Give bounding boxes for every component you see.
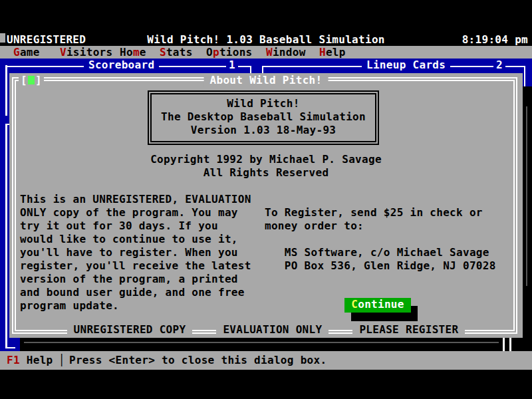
window-border-fragment — [509, 338, 511, 351]
register-address: MS Software, c/o Michael Savage — [265, 246, 496, 259]
lineup-window-title[interactable]: Lineup Cards — [362, 59, 450, 72]
paragraph-line: ONLY copy of the program. You may — [20, 206, 251, 219]
left-frame-fragment — [5, 347, 15, 348]
program-info-box: Wild Pitch! The Desktop Baseball Simulat… — [148, 90, 379, 145]
dialog-shadow-right — [523, 86, 532, 351]
badge-unregistered: UNREGISTERED COPY — [67, 323, 193, 336]
paragraph-line: and bound user guide, and one free — [20, 286, 251, 299]
f1-help-shortcut[interactable]: F1 Help — [7, 351, 53, 370]
menu-home[interactable]: Home — [120, 46, 146, 59]
paragraph-line: try it out for 30 days. If you — [20, 219, 251, 233]
badge-evaluation: EVALUATION ONLY — [216, 323, 329, 336]
status-bar: F1 Help │ Press <Enter> to close this di… — [0, 351, 532, 370]
close-box-glyph — [28, 76, 35, 84]
menu-help[interactable]: Help — [319, 46, 346, 59]
scoreboard-window-border: Scoreboard 1 — [5, 66, 251, 67]
title-bar: UNREGISTERED Wild Pitch! 1.03 Baseball S… — [0, 33, 532, 46]
rights-line: All Rights Reserved — [9, 166, 523, 180]
menu-stats[interactable]: Stats — [160, 46, 193, 59]
register-line: To Register, send $25 in check or — [265, 206, 496, 219]
left-frame-fragment — [5, 124, 7, 348]
app-title: Wild Pitch! 1.03 Baseball Simulation — [0, 33, 532, 47]
paragraph-line: would like to continue to use it, — [20, 233, 251, 246]
badge-register: PLEASE REGISTER — [352, 323, 465, 336]
paragraph-line: This is an UNREGISTERED, EVALUATION — [20, 193, 251, 206]
status-message: Press <Enter> to close this dialog box. — [69, 351, 327, 370]
dialog-shadow-bottom — [20, 338, 523, 351]
copyright-line: Copyright 1992 by Michael P. Savage — [9, 153, 523, 166]
close-icon[interactable]: [] — [19, 74, 44, 87]
paragraph-line: program update. — [20, 299, 251, 313]
menu-game[interactable]: Game — [13, 46, 40, 59]
scoreboard-window-number[interactable]: 1 — [226, 59, 238, 72]
lineup-corner-right — [524, 66, 525, 87]
program-subtitle: The Desktop Baseball Simulation — [152, 110, 375, 124]
menu-window[interactable]: Window — [266, 46, 306, 59]
about-dialog: [] About Wild Pitch! Wild Pitch! The Des… — [9, 73, 523, 338]
lineup-window-border: Lineup Cards 2 — [262, 66, 525, 67]
program-version: Version 1.03 18-May-93 — [152, 124, 375, 137]
register-info: To Register, send $25 in check or money … — [265, 206, 496, 273]
register-line — [265, 233, 496, 246]
status-separator: │ — [59, 351, 65, 370]
shadowed-border-line — [24, 342, 499, 343]
left-frame-fragment — [5, 65, 7, 116]
paragraph-line: version of the program, a printed — [20, 273, 251, 286]
continue-button[interactable]: Continue — [344, 298, 411, 313]
shadowed-border-line — [526, 106, 527, 286]
menu-visitors[interactable]: Visitors — [60, 46, 112, 59]
menu-bar: Game Visitors Home Stats Options Window … — [0, 46, 532, 59]
lineup-window-number[interactable]: 2 — [493, 59, 505, 72]
dialog-footer-badges: UNREGISTERED COPY EVALUATION ONLY PLEASE… — [9, 323, 523, 336]
menu-options[interactable]: Options — [206, 46, 253, 59]
clock: 8:19:04 pm — [462, 33, 528, 47]
dialog-title: About Wild Pitch! — [204, 74, 329, 87]
evaluation-paragraph: This is an UNREGISTERED, EVALUATION ONLY… — [20, 193, 251, 313]
paragraph-line: register, you'll receive the latest — [20, 259, 251, 273]
register-line: money order to: — [265, 219, 496, 233]
paragraph-line: you'll have to register. When you — [20, 246, 251, 259]
screen-edge-artifact — [0, 33, 5, 43]
register-address: PO Box 536, Glen Ridge, NJ 07028 — [265, 259, 496, 273]
scoreboard-window-title[interactable]: Scoreboard — [84, 59, 159, 72]
window-border-fragment — [503, 338, 505, 351]
program-name: Wild Pitch! — [152, 97, 375, 110]
copyright-block: Copyright 1992 by Michael P. Savage All … — [9, 153, 523, 180]
